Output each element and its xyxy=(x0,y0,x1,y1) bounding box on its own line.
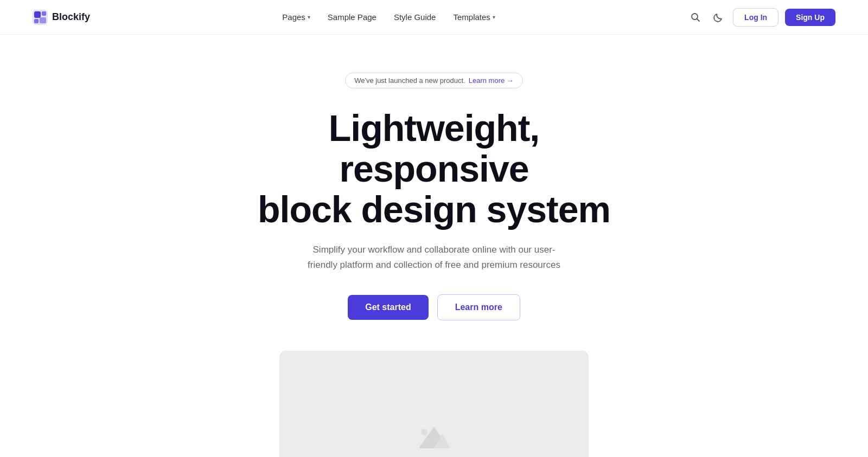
brand-name: Blockify xyxy=(52,11,90,23)
search-button[interactable] xyxy=(687,9,704,25)
learn-more-button[interactable]: Learn more xyxy=(437,294,520,320)
nav-item-pages[interactable]: Pages ▾ xyxy=(282,12,310,22)
nav-links: Pages ▾ Sample Page Style Guide Template… xyxy=(282,12,495,22)
svg-line-6 xyxy=(697,18,700,21)
moon-icon xyxy=(713,12,723,22)
hero-section: We've just launched a new product. Learn… xyxy=(0,35,868,457)
hero-title: Lightweight, responsive block design sys… xyxy=(244,108,624,229)
chevron-down-icon: ▾ xyxy=(493,14,495,20)
get-started-button[interactable]: Get started xyxy=(348,295,428,320)
svg-rect-2 xyxy=(42,11,46,16)
announcement-text: We've just launched a new product. xyxy=(354,76,465,85)
hero-image xyxy=(279,351,589,457)
nav-item-sample-page[interactable]: Sample Page xyxy=(328,12,376,22)
svg-rect-3 xyxy=(34,19,39,23)
announcement-badge: We've just launched a new product. Learn… xyxy=(345,73,523,88)
navbar: Blockify Pages ▾ Sample Page Style Guide… xyxy=(0,0,868,35)
announcement-link[interactable]: Learn more → xyxy=(469,76,514,85)
svg-point-9 xyxy=(421,429,427,435)
nav-actions: Log In Sign Up xyxy=(687,8,835,27)
chevron-down-icon: ▾ xyxy=(308,14,310,20)
hero-subtitle: Simplify your workflow and collaborate o… xyxy=(304,242,564,273)
nav-item-templates[interactable]: Templates ▾ xyxy=(453,12,495,22)
hero-buttons: Get started Learn more xyxy=(348,294,520,320)
dark-mode-button[interactable] xyxy=(710,9,726,25)
nav-item-style-guide[interactable]: Style Guide xyxy=(394,12,436,22)
logo-icon xyxy=(33,10,48,25)
signup-button[interactable]: Sign Up xyxy=(785,9,835,26)
svg-rect-1 xyxy=(34,11,41,18)
search-icon xyxy=(691,12,700,22)
svg-rect-4 xyxy=(40,17,46,23)
brand-logo[interactable]: Blockify xyxy=(33,10,90,25)
image-placeholder-icon xyxy=(418,424,450,451)
login-button[interactable]: Log In xyxy=(733,8,778,27)
